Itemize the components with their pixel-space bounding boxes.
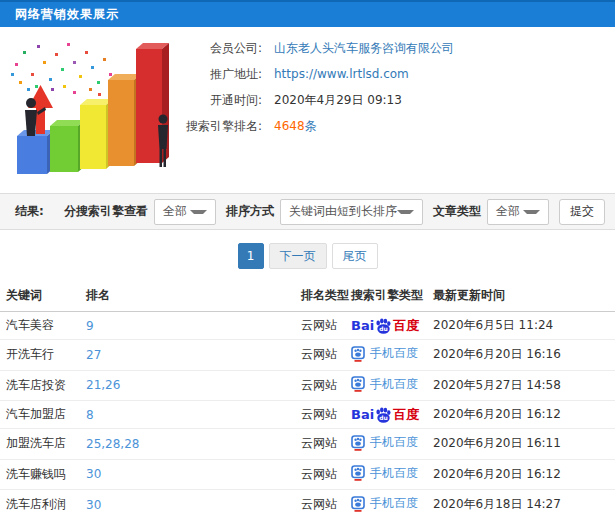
keyword-cell: 加盟洗车店	[0, 429, 80, 460]
submit-button[interactable]: 提交	[559, 199, 605, 225]
company-link[interactable]: 山东老人头汽车服务咨询有限公司	[274, 40, 454, 56]
bar-blue	[17, 130, 54, 174]
rank-link[interactable]: 9	[86, 319, 94, 333]
mobile-baidu-logo: 手机百度	[351, 345, 418, 362]
bar-green	[50, 120, 85, 172]
col-keyword: 关键词	[0, 281, 80, 312]
mobile-baidu-label: 手机百度	[370, 465, 418, 482]
next-page-button[interactable]: 下一页	[269, 243, 327, 269]
updated-cell: 2020年5月27日 14:58	[427, 370, 615, 401]
rank-link[interactable]: 30	[86, 498, 101, 512]
rank-type-cell: 云网站	[295, 429, 345, 460]
baidu-logo: Bai du 百度	[351, 407, 419, 422]
keyword-text: 开洗车行	[6, 347, 54, 361]
baidu-logo: Bai du 百度	[351, 318, 419, 333]
results-section-label: 结果:	[15, 203, 44, 220]
page-1-button[interactable]: 1	[238, 243, 264, 269]
field-company: 会员公司: 山东老人头汽车服务咨询有限公司	[176, 40, 615, 56]
table-row: 汽车美容 9 云网站 Bai du 百度 2020年6月5日 11:24	[0, 312, 615, 340]
rank-type-cell: 云网站	[295, 490, 345, 520]
rank-cell: 27	[80, 340, 295, 371]
col-updated: 最新更新时间	[427, 281, 615, 312]
table-row: 加盟洗车店 25,28,28 云网站 手机百度 2020年6月20日 16:11	[0, 429, 615, 460]
keyword-cell: 开洗车行	[0, 340, 80, 371]
engine-filter-label: 分搜索引擎查看	[64, 203, 148, 220]
rank-link[interactable]: 21,26	[86, 378, 120, 392]
rank-type-cell: 云网站	[295, 312, 345, 340]
rank-cell: 8	[80, 401, 295, 429]
engine-cell: Bai du 百度	[345, 312, 427, 340]
engine-cell: 手机百度	[345, 429, 427, 460]
keyword-cell: 汽车加盟店	[0, 401, 80, 429]
promo-url-link[interactable]: https://www.lrtlsd.com	[274, 66, 409, 82]
rank-type-text: 云网站	[301, 378, 337, 392]
engine-cell: 手机百度	[345, 340, 427, 371]
updated-cell: 2020年6月20日 16:16	[427, 340, 615, 371]
company-label: 会员公司:	[176, 40, 262, 56]
rank-cell: 25,28,28	[80, 429, 295, 460]
svg-text:du: du	[379, 414, 388, 421]
rank-cell: 30	[80, 490, 295, 520]
mobile-baidu-logo: 手机百度	[351, 376, 418, 393]
mobile-baidu-label: 手机百度	[370, 434, 418, 451]
article-type-filter-label: 文章类型	[433, 203, 481, 220]
updated-text: 2020年6月20日 16:12	[433, 407, 561, 421]
engine-rank-count-label: 搜索引擎排名:	[176, 118, 262, 134]
keyword-text: 洗车赚钱吗	[6, 467, 66, 481]
rank-type-text: 云网站	[301, 497, 337, 511]
table-header-row: 关键词 排名 排名类型 搜索引擎类型 最新更新时间	[0, 281, 615, 312]
updated-text: 2020年5月27日 14:58	[433, 378, 561, 392]
chevron-down-icon	[523, 210, 540, 214]
keyword-text: 洗车店投资	[6, 378, 66, 392]
updated-cell: 2020年6月5日 11:24	[427, 312, 615, 340]
updated-text: 2020年6月5日 11:24	[433, 318, 553, 332]
baidu-paw-icon: du	[375, 318, 392, 334]
rank-type-text: 云网站	[301, 318, 337, 332]
engine-rank-count-value: 4648条	[274, 118, 317, 134]
sort-filter-select[interactable]: 关键词由短到长排序	[280, 199, 423, 225]
engine-cell: 手机百度	[345, 490, 427, 520]
field-open-time: 开通时间: 2020年4月29日 09:13	[176, 92, 615, 108]
pagination: 1 下一页 尾页	[0, 243, 615, 269]
marketing-growth-illustration	[0, 27, 176, 193]
table-row: 汽车加盟店 8 云网站 Bai du 百度 2020年6月20日 16:12	[0, 401, 615, 429]
keyword-cell: 洗车店投资	[0, 370, 80, 401]
table-row: 洗车店投资 21,26 云网站 手机百度 2020年5月27日 14:58	[0, 370, 615, 401]
rank-type-text: 云网站	[301, 467, 337, 481]
col-rank-type: 排名类型	[295, 281, 345, 312]
filter-controls: 分搜索引擎查看 全部 排序方式 关键词由短到长排序 文章类型 全部 提交	[54, 199, 605, 225]
engine-cell: 手机百度	[345, 459, 427, 490]
page-title: 网络营销效果展示	[15, 6, 119, 23]
rank-link[interactable]: 27	[86, 348, 101, 362]
rank-type-text: 云网站	[301, 407, 337, 421]
table-row: 洗车赚钱吗 30 云网站 手机百度 2020年6月20日 16:12	[0, 459, 615, 490]
chevron-down-icon	[190, 210, 207, 214]
engine-filter-select[interactable]: 全部	[154, 199, 216, 225]
results-filter-bar: 结果: 分搜索引擎查看 全部 排序方式 关键词由短到长排序 文章类型 全部 提交	[0, 193, 615, 230]
mobile-baidu-icon	[351, 435, 365, 451]
rank-link[interactable]: 25,28,28	[86, 437, 139, 451]
mobile-baidu-logo: 手机百度	[351, 434, 418, 451]
rank-cell: 30	[80, 459, 295, 490]
rank-cell: 9	[80, 312, 295, 340]
rank-link[interactable]: 8	[86, 408, 94, 422]
results-table-body: 汽车美容 9 云网站 Bai du 百度 2020年6月5日 11:24 开洗车…	[0, 312, 615, 520]
updated-text: 2020年6月20日 16:11	[433, 436, 561, 450]
updated-cell: 2020年6月20日 16:12	[427, 401, 615, 429]
rank-cell: 21,26	[80, 370, 295, 401]
bar-chart-growth-image	[3, 33, 175, 185]
rank-type-text: 云网站	[301, 347, 337, 361]
confetti-dots	[11, 43, 118, 96]
keyword-text: 洗车店利润	[6, 497, 66, 511]
mobile-baidu-label: 手机百度	[370, 376, 418, 393]
rank-count-number: 4648	[274, 119, 305, 133]
updated-text: 2020年6月20日 16:16	[433, 347, 561, 361]
keyword-text: 加盟洗车店	[6, 436, 66, 450]
rank-link[interactable]: 30	[86, 467, 101, 481]
article-type-filter-select[interactable]: 全部	[487, 199, 549, 225]
last-page-button[interactable]: 尾页	[332, 243, 378, 269]
updated-text: 2020年6月20日 16:12	[433, 467, 561, 481]
baidu-paw-icon: du	[375, 407, 392, 423]
updated-text: 2020年6月18日 14:27	[433, 497, 561, 511]
mobile-baidu-label: 手机百度	[370, 495, 418, 512]
